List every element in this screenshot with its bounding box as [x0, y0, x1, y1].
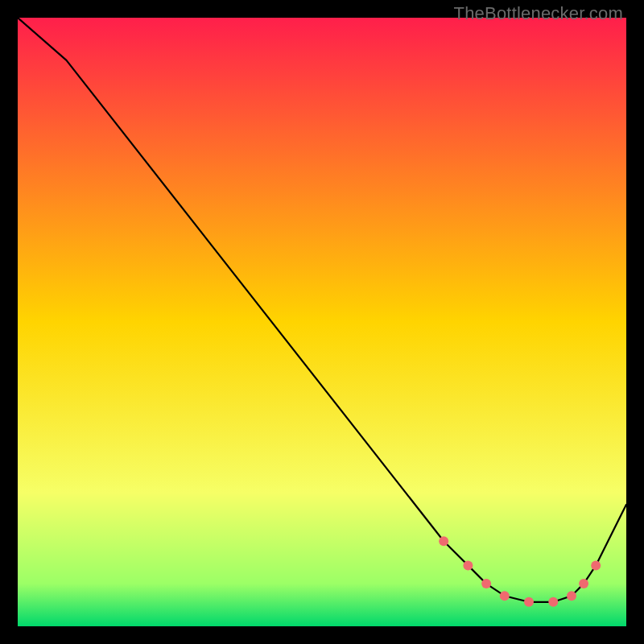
marker-point: [481, 579, 491, 588]
marker-point: [524, 597, 534, 607]
chart-frame: [18, 18, 626, 626]
marker-point: [567, 591, 576, 601]
gradient-background: [18, 18, 626, 626]
marker-point: [500, 591, 510, 601]
chart-svg: [18, 18, 626, 626]
marker-point: [439, 536, 448, 546]
marker-point: [548, 597, 558, 607]
marker-point: [579, 579, 588, 588]
watermark-text: TheBottlenecker.com: [454, 3, 623, 24]
marker-point: [591, 560, 601, 570]
marker-point: [463, 560, 473, 570]
